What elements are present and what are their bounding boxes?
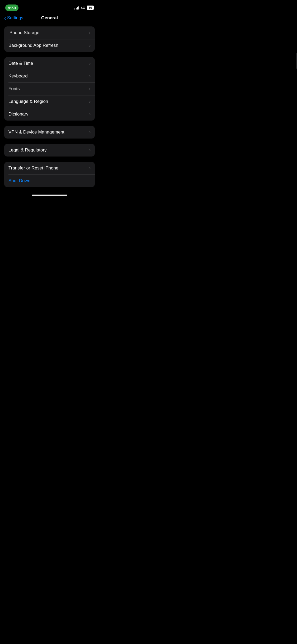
settings-item-legal-regulatory[interactable]: Legal & Regulatory› [4,144,95,157]
chevron-right-icon: › [89,43,91,48]
battery-indicator: 56 [87,6,94,10]
settings-label-dictionary: Dictionary [8,112,29,117]
signal-bars-icon [74,6,79,10]
settings-label-language-region: Language & Region [8,99,48,104]
settings-item-vpn-device-management[interactable]: VPN & Device Management› [4,126,95,139]
status-bar: 9:59 4G 56 [0,0,99,13]
chevron-right-icon: › [89,74,91,79]
settings-group-vpn-group: VPN & Device Management› [4,126,95,139]
settings-item-fonts[interactable]: Fonts› [4,82,95,95]
settings-group-locale-group: Date & Time›Keyboard›Fonts›Language & Re… [4,57,95,121]
settings-item-iphone-storage[interactable]: iPhone Storage› [4,26,95,39]
home-indicator [0,192,99,198]
chevron-right-icon: › [89,148,91,153]
settings-item-language-region[interactable]: Language & Region› [4,95,95,108]
settings-label-fonts: Fonts [8,86,20,91]
settings-item-background-app-refresh[interactable]: Background App Refresh› [4,39,95,52]
settings-item-keyboard[interactable]: Keyboard› [4,70,95,82]
chevron-right-icon: › [89,86,91,91]
chevron-right-icon: › [89,112,91,117]
network-type: 4G [81,6,85,10]
settings-group-storage-group: iPhone Storage›Background App Refresh› [4,26,95,52]
settings-label-vpn-device-management: VPN & Device Management [8,130,64,135]
chevron-right-icon: › [89,166,91,171]
settings-content: iPhone Storage›Background App Refresh›Da… [0,24,99,187]
settings-label-date-time: Date & Time [8,61,33,66]
settings-label-shut-down: Shut Down [8,178,30,183]
page-title: General [41,15,58,21]
nav-bar: ‹ Settings General [0,13,99,24]
settings-item-dictionary[interactable]: Dictionary› [4,108,95,121]
settings-label-background-app-refresh: Background App Refresh [8,43,58,48]
battery-level: 56 [87,6,94,10]
chevron-right-icon: › [89,99,91,104]
signal-bar-3 [77,7,78,10]
settings-item-transfer-reset[interactable]: Transfer or Reset iPhone› [4,162,95,174]
back-chevron-icon: ‹ [4,15,6,21]
settings-label-iphone-storage: iPhone Storage [8,30,39,35]
settings-label-legal-regulatory: Legal & Regulatory [8,148,47,153]
settings-label-keyboard: Keyboard [8,73,28,79]
settings-group-legal-group: Legal & Regulatory› [4,144,95,157]
signal-bar-4 [78,6,79,10]
status-right: 4G 56 [74,6,94,10]
chevron-right-icon: › [89,130,91,135]
home-indicator-bar [32,195,67,196]
status-time: 9:59 [5,4,18,11]
signal-bar-2 [76,8,77,10]
back-label: Settings [7,15,23,21]
signal-bar-1 [74,8,75,10]
back-button[interactable]: ‹ Settings [4,15,23,21]
settings-label-transfer-reset: Transfer or Reset iPhone [8,165,58,171]
settings-group-reset-group: Transfer or Reset iPhone›Shut Down [4,162,95,187]
settings-item-shut-down[interactable]: Shut Down [4,174,95,187]
settings-item-date-time[interactable]: Date & Time› [4,57,95,70]
chevron-right-icon: › [89,61,91,66]
chevron-right-icon: › [89,30,91,35]
